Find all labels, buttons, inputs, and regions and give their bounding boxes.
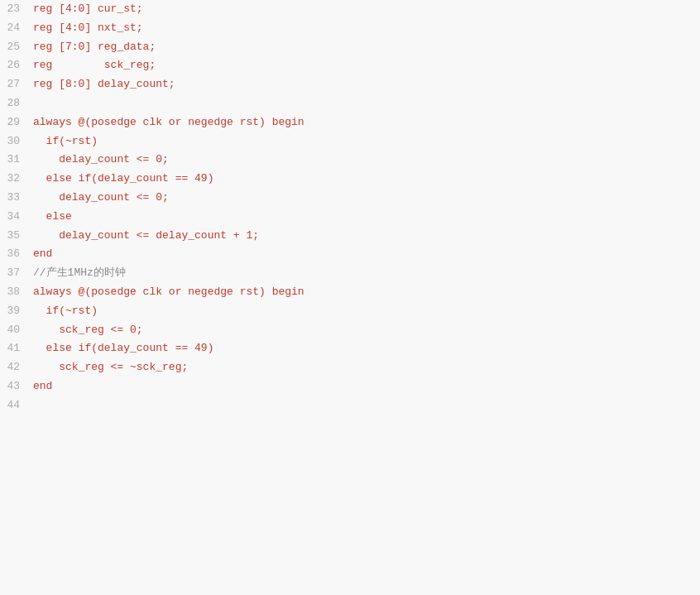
line-content: always @(posedge clk or negedge rst) beg…	[33, 284, 304, 301]
line-number: 42	[0, 359, 33, 377]
line-number: 27	[0, 76, 33, 94]
line-content: end	[33, 246, 52, 263]
line-content: else if(delay_count == 49)	[33, 340, 213, 357]
line-number: 35	[0, 228, 33, 245]
code-line: 31 delay_count <= 0;	[0, 151, 700, 170]
code-line: 23reg [4:0] cur_st;	[0, 0, 700, 19]
line-content: if(~rst)	[33, 303, 98, 320]
line-number: 26	[0, 57, 33, 74]
line-number: 43	[0, 378, 33, 396]
line-number: 38	[0, 284, 33, 301]
code-line: 34 else	[0, 208, 700, 227]
line-number: 28	[0, 95, 33, 113]
code-line: 26reg sck_reg;	[0, 56, 700, 75]
line-number: 34	[0, 209, 33, 226]
line-content: delay_count <= 0;	[33, 190, 169, 207]
line-content: reg [4:0] nxt_st;	[33, 20, 143, 37]
line-content: reg [8:0] delay_count;	[33, 76, 175, 94]
code-line: 29always @(posedge clk or negedge rst) b…	[0, 113, 700, 132]
code-line: 37//产生1MHz的时钟	[0, 264, 700, 283]
code-line: 28	[0, 94, 700, 113]
line-number: 31	[0, 151, 33, 169]
line-number: 37	[0, 265, 33, 282]
line-content: if(~rst)	[33, 133, 98, 151]
line-number: 41	[0, 340, 33, 357]
code-line: 35 delay_count <= delay_count + 1;	[0, 227, 700, 246]
line-number: 40	[0, 322, 33, 339]
line-number: 29	[0, 114, 33, 132]
code-line: 41 else if(delay_count == 49)	[0, 339, 700, 358]
code-line: 38always @(posedge clk or negedge rst) b…	[0, 283, 700, 302]
line-content: delay_count <= delay_count + 1;	[33, 228, 259, 245]
line-number: 30	[0, 133, 33, 151]
line-number: 32	[0, 170, 33, 188]
line-content: always @(posedge clk or negedge rst) beg…	[33, 114, 304, 132]
line-content: else	[33, 209, 72, 226]
code-line: 44	[0, 396, 700, 415]
code-line: 27reg [8:0] delay_count;	[0, 75, 700, 94]
code-line: 25reg [7:0] reg_data;	[0, 38, 700, 57]
line-content: end	[33, 378, 52, 396]
line-content: reg [7:0] reg_data;	[33, 39, 156, 56]
line-number: 25	[0, 39, 33, 56]
line-content: else if(delay_count == 49)	[33, 170, 213, 188]
line-number: 23	[0, 1, 33, 18]
code-line: 30 if(~rst)	[0, 132, 700, 151]
line-content: //产生1MHz的时钟	[33, 265, 126, 282]
line-number: 24	[0, 20, 33, 37]
line-content: sck_reg <= 0;	[33, 322, 143, 339]
code-line: 40 sck_reg <= 0;	[0, 321, 700, 340]
code-line: 33 delay_count <= 0;	[0, 189, 700, 208]
line-number: 33	[0, 190, 33, 207]
line-content: sck_reg <= ~sck_reg;	[33, 359, 188, 377]
line-number: 36	[0, 246, 33, 263]
code-line: 24reg [4:0] nxt_st;	[0, 19, 700, 38]
line-number: 44	[0, 397, 33, 415]
code-line: 36end	[0, 245, 700, 264]
line-number: 39	[0, 303, 33, 320]
line-content: reg sck_reg;	[33, 57, 156, 74]
code-line: 32 else if(delay_count == 49)	[0, 170, 700, 189]
code-line: 43end	[0, 377, 700, 396]
code-line: 42 sck_reg <= ~sck_reg;	[0, 358, 700, 377]
code-editor: 23reg [4:0] cur_st;24reg [4:0] nxt_st;25…	[0, 0, 700, 595]
line-content: delay_count <= 0;	[33, 151, 169, 169]
line-content: reg [4:0] cur_st;	[33, 1, 143, 18]
code-line: 39 if(~rst)	[0, 302, 700, 321]
